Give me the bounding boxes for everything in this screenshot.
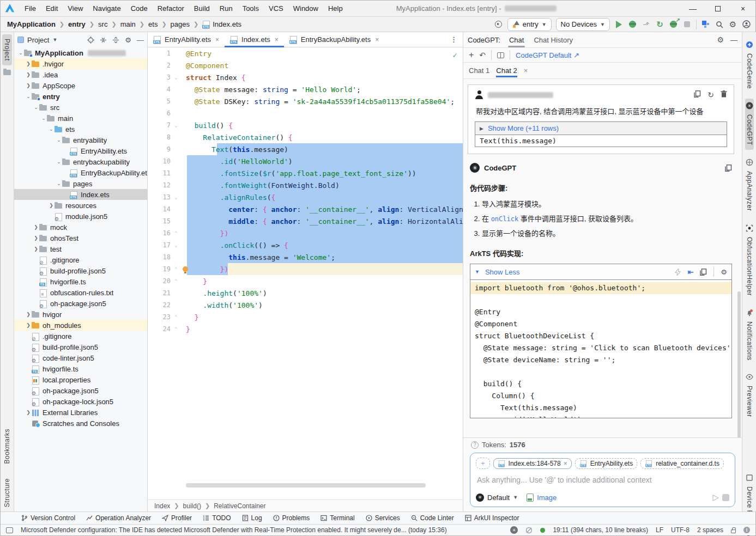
tree-item-external-libraries[interactable]: ❯External Libraries — [14, 407, 147, 418]
tree-chevron-icon[interactable]: ⌄ — [40, 115, 47, 121]
tool-strip-bookmarks[interactable]: Bookmarks — [3, 424, 11, 468]
attach-target-icon[interactable] — [494, 20, 503, 29]
tree-item-pages[interactable]: ⌄pages — [14, 178, 147, 189]
tree-item-mock[interactable]: ❯mock — [14, 222, 147, 233]
locate-file-icon[interactable] — [87, 36, 94, 44]
chat-tab-2[interactable]: Chat 2 — [496, 64, 517, 77]
menu-view[interactable]: View — [63, 3, 87, 14]
split-view-icon[interactable] — [497, 52, 504, 58]
tree-item-src[interactable]: ⌄src — [14, 102, 147, 113]
tree-chevron-icon[interactable]: ❯ — [33, 224, 39, 230]
regenerate-icon[interactable]: ↻ — [707, 90, 714, 99]
stop-generation-button[interactable] — [722, 494, 729, 501]
editor-breadcrumb-item[interactable]: Index — [154, 502, 170, 510]
tree-item-index-ets[interactable]: Index.ets — [14, 189, 147, 200]
code-block-body[interactable]: import bluetooth from '@ohos.bluetooth';… — [470, 280, 731, 418]
context-chip[interactable]: relative_container.d.ts — [640, 458, 724, 469]
tool-strip-codegenie[interactable]: CodeGenie — [745, 38, 754, 93]
menu-run[interactable]: Run — [215, 3, 237, 14]
tool-window-problems[interactable]: Problems — [269, 513, 315, 523]
fold-marker-icon[interactable]: ⌄ — [171, 194, 182, 200]
fold-marker-icon[interactable]: ⌃ — [171, 314, 182, 320]
menu-vcs[interactable]: VCS — [264, 3, 288, 14]
chat-tab-1[interactable]: Chat 1 — [469, 64, 489, 77]
chat-scrollbar[interactable] — [737, 291, 741, 437]
device-select[interactable]: No Devices ▼ — [556, 18, 610, 31]
codegpt-status-icon[interactable]: ✳ — [510, 526, 518, 534]
tool-strip-notifications[interactable]: Notifications — [745, 306, 754, 365]
breadcrumb-item[interactable]: src — [96, 19, 110, 29]
readonly-lock-icon[interactable] — [731, 529, 736, 533]
tree-chevron-icon[interactable]: ⌄ — [48, 126, 55, 132]
chat-input-placeholder[interactable]: Ask anything... Use '@' to include addit… — [477, 476, 728, 484]
remove-chip-icon[interactable]: × — [564, 460, 567, 467]
tree-chevron-icon[interactable]: ❯ — [33, 246, 39, 252]
run-button[interactable] — [614, 20, 624, 29]
tree-item-oh-package-lock-json5[interactable]: oh-package-lock.json5 — [14, 396, 147, 407]
expand-all-icon[interactable] — [100, 36, 107, 44]
tree-item-module-json5[interactable]: module.json5 — [14, 211, 147, 222]
encoding[interactable]: UTF-8 — [671, 526, 690, 534]
project-view-select[interactable]: Project — [27, 36, 49, 44]
run-config-select[interactable]: entry ▼ — [507, 18, 552, 31]
tree-item-entryability[interactable]: ⌄entryability — [14, 135, 147, 145]
tree-item-oh-modules[interactable]: ❯oh_modules — [14, 320, 147, 331]
new-chat-icon[interactable]: + — [469, 50, 474, 60]
menu-navigate[interactable]: Navigate — [88, 3, 125, 14]
tree-item-test[interactable]: ❯test — [14, 243, 147, 254]
close-tab-icon[interactable]: × — [215, 36, 219, 44]
tool-window-log[interactable]: Log — [238, 513, 267, 523]
intention-bulb-icon[interactable] — [183, 266, 188, 272]
tree-chevron-icon[interactable]: ❯ — [48, 203, 55, 208]
tree-chevron-icon[interactable]: ❯ — [25, 322, 32, 328]
chat-input-card[interactable]: +Index.ets:184-578×EntryAbility.etsrelat… — [470, 453, 735, 507]
chat-settings-icon[interactable]: ⚙ — [717, 35, 724, 44]
tree-item-entrybackupability-ets[interactable]: EntryBackupAbility.ets — [14, 167, 147, 178]
horizontal-scrollbar[interactable] — [186, 483, 426, 488]
tree-item-hvigor[interactable]: ❯hvigor — [14, 309, 147, 320]
tree-item-obfuscation-rules-txt[interactable]: obfuscation-rules.txt — [14, 287, 147, 298]
tool-window-operation-analyzer[interactable]: Operation Analyzer — [82, 513, 155, 523]
tree-item-resources[interactable]: ❯resources — [14, 200, 147, 211]
tree-item-hvigorfile-ts[interactable]: hvigorfile.ts — [14, 363, 147, 374]
tool-strip-codegpt[interactable]: ✳CodeGPT — [745, 99, 754, 150]
tool-strip-structure[interactable]: Structure — [3, 474, 11, 511]
panel-settings-icon[interactable]: ⚙ — [125, 36, 131, 44]
context-chip[interactable]: Index.ets:184-578× — [493, 458, 572, 469]
fold-marker-icon[interactable]: ⌄ — [171, 75, 182, 80]
breadcrumb-item[interactable]: pages — [168, 19, 192, 29]
tool-window-profiler[interactable]: Profiler — [158, 513, 196, 523]
attach-image-button[interactable]: Image — [527, 494, 557, 502]
status-message[interactable]: Microsoft Defender configuration: The ID… — [21, 526, 447, 534]
context-expand-header[interactable]: ▶ Show More (+11 rows) — [475, 122, 727, 135]
tree-chevron-icon[interactable]: ⌄ — [56, 159, 62, 165]
fold-marker-icon[interactable]: ⌃ — [171, 230, 182, 236]
hide-panel-icon[interactable]: — — [137, 36, 144, 44]
close-tab-icon[interactable]: × — [275, 36, 279, 44]
maximize-button[interactable] — [705, 1, 730, 17]
tree-item-entry[interactable]: ⌄entry — [14, 91, 147, 102]
account-avatar-icon[interactable] — [742, 20, 751, 29]
tree-item-ets[interactable]: ⌄ets — [14, 124, 147, 135]
editor-breadcrumb-item[interactable]: build() — [183, 502, 201, 510]
notifications-status-icon[interactable]: ! — [743, 527, 750, 533]
close-button[interactable]: × — [730, 1, 755, 17]
menu-help[interactable]: Help — [324, 3, 347, 14]
inspections-ok-icon[interactable]: ✓ — [453, 51, 457, 59]
restart-button[interactable]: ↻ — [655, 20, 664, 29]
tab-chat-history[interactable]: Chat History — [533, 34, 574, 46]
copy-code-icon[interactable] — [700, 269, 707, 276]
close-chat-tab-icon[interactable]: × — [524, 66, 528, 75]
context-chip[interactable]: EntryAbility.ets — [575, 458, 637, 469]
tree-chevron-icon[interactable]: ❯ — [25, 312, 32, 317]
editor-tab-index.ets[interactable]: Index.ets× — [225, 32, 284, 47]
tree-item-local-properties[interactable]: local.properties — [14, 374, 147, 385]
tree-item-build-profile-json5[interactable]: build-profile.json5 — [14, 342, 147, 352]
tool-window-services[interactable]: Services — [361, 513, 404, 523]
tree-chevron-icon[interactable]: ⌄ — [56, 137, 62, 143]
close-tab-icon[interactable]: × — [375, 36, 379, 44]
tree-item-appscope[interactable]: ❯AppScope — [14, 80, 147, 91]
fold-marker-icon[interactable]: ⌃ — [171, 278, 182, 284]
quick-apply-icon[interactable] — [675, 269, 681, 276]
menu-file[interactable]: File — [20, 3, 40, 14]
